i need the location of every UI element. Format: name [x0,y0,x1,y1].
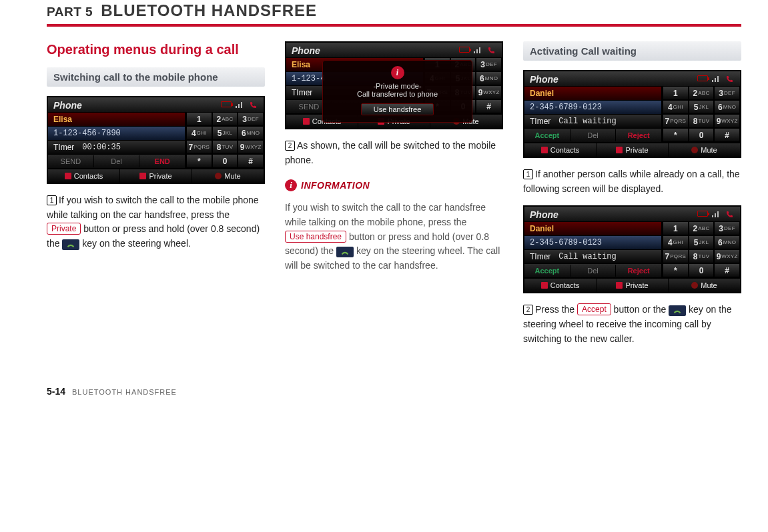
contacts-tab: Contacts [524,279,597,292]
mute-icon [691,147,698,153]
keypad-key: 2ABC [212,112,238,126]
step-2-col2: 2As shown, the call will be switched to … [285,139,503,167]
keypad-key: * [663,263,689,277]
keypad-key: # [714,128,740,142]
status-icons [459,47,496,55]
step-2-col3: 2Press the Accept button or the key on t… [523,303,741,346]
call-timer: TImer00:00:35 [48,140,185,154]
part-title: BLUETOOTH HANDSFREE [101,1,317,20]
section-title: Operating menus during a call [47,41,265,58]
contacts-icon [541,282,548,289]
keypad-key: 6MNO [238,126,264,140]
caller-name: Daniel [524,86,661,100]
contacts-tab: Contacts [48,169,120,183]
mute-tab: Mute [192,169,264,183]
signal-icon [711,211,721,219]
step-number-2: 2 [523,305,533,315]
status-icons [697,75,735,83]
keypad-key: 3DEF [714,221,740,235]
end-button: END [139,155,185,167]
keypad-key: 9WXYZ [714,249,740,263]
caller-number: 2-345-6789-0123 [524,235,661,249]
private-tab: Private [120,169,192,183]
signal-icon [472,47,483,55]
accept-inline-button: Accept [577,303,611,315]
use-handsfree-button: Use handsfree [361,103,434,115]
signal-icon [234,101,245,109]
keypad-key: # [238,154,264,168]
keypad: 12ABC3DEF4GHI5JKL6MNO7PQRS8TUV9WXYZ*0# [185,112,264,168]
call-action-row: Accept Del Reject [524,263,661,277]
keypad-key: 4GHI [663,235,689,249]
call-key-icon [669,305,686,316]
private-tab: Private [597,279,669,292]
phone-icon [486,47,496,55]
keypad-key: 3DEF [476,57,502,71]
keypad-key: 7PQRS [663,249,689,263]
battery-icon [697,75,708,81]
keypad-key: 5JKL [689,100,715,114]
phone-title: Phone [292,45,320,56]
del-button: Del [94,155,140,167]
phone-icon [724,75,735,83]
keypad-key: 9WXYZ [238,140,264,154]
phone-icon [724,211,735,219]
phone-title: Phone [53,100,82,111]
call-action-row: Accept Del Reject [524,128,661,142]
keypad-key: 0 [212,154,238,168]
sub-title-callwaiting: Activating Call waiting [523,41,741,61]
information-heading: i INFORMATION [285,179,503,191]
status-icons [697,211,735,219]
contacts-icon [303,118,310,125]
caller-name: Elisa [48,112,185,126]
keypad-key: * [663,128,689,142]
keypad-key: 7PQRS [186,140,212,154]
keypad-key: 2ABC [689,86,715,100]
accept-button: Accept [524,265,570,277]
keypad-key: 4GHI [663,100,689,114]
private-mode-overlay: i -Private mode- Call transferred to pho… [322,60,472,123]
phone-title: Phone [530,209,558,220]
send-button: SEND [48,155,94,167]
phone-icon [248,101,258,109]
step-number-1: 1 [523,169,533,179]
page-header: PART 5 BLUETOOTH HANDSFREE [47,0,741,20]
keypad-key: 5JKL [689,235,715,249]
keypad-key: 8TUV [212,140,238,154]
private-inline-button: Private [47,223,81,235]
overlay-line1: -Private mode- [328,82,466,90]
status-icons [221,101,258,109]
footer-section: BLUETOOTH HANDSFREE [72,388,177,396]
keypad-key: 1 [663,221,689,235]
column-3: Activating Call waiting Phone Daniel 2-3… [523,41,741,346]
call-action-row: SEND Del END [48,154,185,168]
keypad-key: 0 [689,263,715,277]
sub-title-switching: Switching call to the mobile phone [47,67,265,87]
phone-screenshot-2: Phone Elisa 1-123-4 TImer SEND 12ABC3DEF… [285,41,503,129]
battery-icon [459,47,470,53]
contacts-icon [65,173,71,179]
information-text: If you wish to switch the call to the ca… [285,201,503,273]
phone-screenshot-1: Phone Elisa 1-123-456-7890 TImer00:00:35… [47,96,265,184]
mute-tab: Mute [669,279,740,292]
keypad-key: # [714,263,740,277]
keypad-key: 8TUV [689,249,715,263]
step-number-2: 2 [285,141,295,151]
caller-name: Daniel [524,221,661,235]
step-number-1: 1 [47,195,57,205]
mute-icon [691,282,698,289]
info-badge-icon: i [391,66,404,79]
column-2: Phone Elisa 1-123-4 TImer SEND 12ABC3DEF… [285,41,503,346]
keypad-key: 1 [186,112,212,126]
column-1: Operating menus during a call Switching … [47,41,265,346]
keypad-key: 9WXYZ [476,85,502,99]
private-icon [139,173,146,179]
keypad-key: 6MNO [714,235,740,249]
keypad-key: 0 [689,128,715,142]
phone-screenshot-4: Phone Daniel 2-345-6789-0123 TImerCall w… [523,205,741,293]
keypad: 12ABC3DEF4GHI5JKL6MNO7PQRS8TUV9WXYZ*0# [661,221,740,277]
step-1-col3: 1If another person calls while already o… [523,167,741,196]
keypad-key: # [476,99,502,113]
reject-button: Reject [616,129,661,141]
battery-icon [697,211,708,217]
